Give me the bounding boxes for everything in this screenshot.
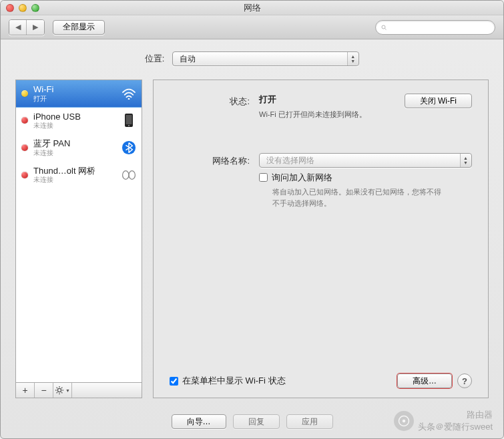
svg-point-19: [403, 420, 406, 423]
toolbar: ◀ ▶ 全部显示: [1, 15, 503, 39]
close-window-button[interactable]: [6, 4, 14, 12]
svg-point-0: [382, 25, 385, 29]
apply-button[interactable]: 应用: [286, 414, 333, 429]
ask-join-label: 询问加入新网络: [272, 172, 332, 184]
minimize-window-button[interactable]: [19, 4, 27, 12]
svg-point-9: [57, 388, 61, 392]
watermark-line2: 头条＠爱随行sweet: [418, 421, 493, 433]
svg-point-8: [129, 170, 135, 179]
show-in-menu-checkbox[interactable]: [170, 377, 178, 386]
ask-join-checkbox[interactable]: [259, 173, 268, 182]
titlebar: 网络: [1, 1, 503, 15]
add-interface-button[interactable]: +: [16, 383, 35, 398]
sidebar-item-status: 未连接: [33, 122, 116, 130]
status-description: Wi-Fi 已打开但尚未连接到网络。: [259, 110, 391, 120]
sidebar-item-iphone-usb[interactable]: iPhone USB 未连接: [16, 108, 142, 135]
status-dot-icon: [21, 90, 28, 97]
watermark-line1: 路由器: [418, 409, 493, 421]
sidebar-item-status: 打开: [33, 95, 116, 103]
network-name-value: 没有选择网络: [266, 155, 460, 166]
show-all-button[interactable]: 全部显示: [53, 20, 105, 35]
svg-point-2: [128, 98, 130, 100]
gear-icon: [55, 386, 64, 395]
location-label: 位置:: [145, 53, 165, 65]
sidebar-item-label: Thund…olt 网桥: [33, 166, 116, 176]
search-icon: [381, 23, 387, 31]
search-field-wrap[interactable]: [375, 20, 495, 35]
show-in-menu-label: 在菜单栏中显示 Wi-Fi 状态: [182, 375, 286, 387]
sidebar-item-bluetooth-pan[interactable]: 蓝牙 PAN 未连接: [16, 134, 142, 162]
svg-line-17: [61, 388, 62, 388]
nav-segmented: ◀ ▶: [9, 19, 45, 35]
action-menu-button[interactable]: ▼: [53, 383, 72, 398]
svg-rect-4: [126, 115, 132, 124]
location-value: 自动: [180, 53, 347, 65]
svg-line-1: [385, 28, 387, 29]
chevron-right-icon: ▶: [33, 23, 38, 31]
sidebar-item-wifi[interactable]: Wi-Fi 打开: [16, 80, 142, 108]
svg-point-7: [123, 170, 129, 179]
watermark-icon: [394, 411, 414, 431]
wizard-button[interactable]: 向导…: [172, 414, 226, 429]
turn-off-wifi-button[interactable]: 关闭 Wi-Fi: [405, 94, 472, 108]
sidebar-item-label: iPhone USB: [33, 112, 116, 122]
back-button[interactable]: ◀: [9, 20, 27, 35]
sidebar-item-thunderbolt[interactable]: Thund…olt 网桥 未连接: [16, 162, 142, 189]
remove-interface-button[interactable]: −: [35, 383, 53, 398]
network-name-label: 网络名称:: [170, 153, 250, 208]
svg-line-14: [57, 388, 57, 388]
sidebar-item-label: 蓝牙 PAN: [33, 138, 116, 149]
zoom-window-button[interactable]: [31, 4, 39, 12]
updown-arrows-icon: ▲▼: [460, 154, 471, 167]
window-title: 网络: [39, 2, 465, 14]
svg-line-15: [61, 392, 62, 393]
status-field-label: 状态:: [170, 94, 250, 120]
search-input[interactable]: [389, 23, 489, 32]
status-dot-icon: [21, 117, 28, 124]
thunderbolt-bridge-icon: [121, 168, 136, 182]
wifi-icon: [121, 86, 136, 101]
status-dot-icon: [21, 172, 28, 178]
interfaces-sidebar: Wi-Fi 打开 iPhone USB 未连接: [15, 80, 142, 382]
bluetooth-icon: [121, 140, 136, 155]
watermark: 路由器 头条＠爱随行sweet: [394, 409, 493, 433]
chevron-left-icon: ◀: [15, 23, 21, 31]
sidebar-item-label: Wi-Fi: [33, 84, 116, 95]
svg-point-5: [128, 125, 130, 126]
detail-panel: 状态: 打开 Wi-Fi 已打开但尚未连接到网络。 关闭 Wi-Fi 网络名称:: [153, 80, 489, 398]
svg-line-16: [57, 392, 57, 393]
iphone-icon: [121, 113, 136, 128]
forward-button[interactable]: ▶: [27, 20, 44, 35]
status-dot-icon: [21, 144, 28, 151]
sidebar-item-status: 未连接: [33, 176, 116, 184]
location-select[interactable]: 自动 ▲▼: [172, 51, 359, 66]
advanced-button[interactable]: 高级…: [397, 374, 452, 388]
sidebar-footer: + − ▼: [15, 382, 142, 398]
status-value: 打开: [259, 94, 391, 106]
ask-join-hint: 将自动加入已知网络。如果没有已知网络，您将不得不手动选择网络。: [272, 186, 446, 208]
revert-button[interactable]: 回复: [233, 414, 280, 429]
sidebar-item-status: 未连接: [33, 149, 116, 157]
network-name-select[interactable]: 没有选择网络 ▲▼: [259, 153, 472, 168]
updown-arrows-icon: ▲▼: [347, 52, 358, 65]
help-button[interactable]: ?: [457, 374, 472, 388]
